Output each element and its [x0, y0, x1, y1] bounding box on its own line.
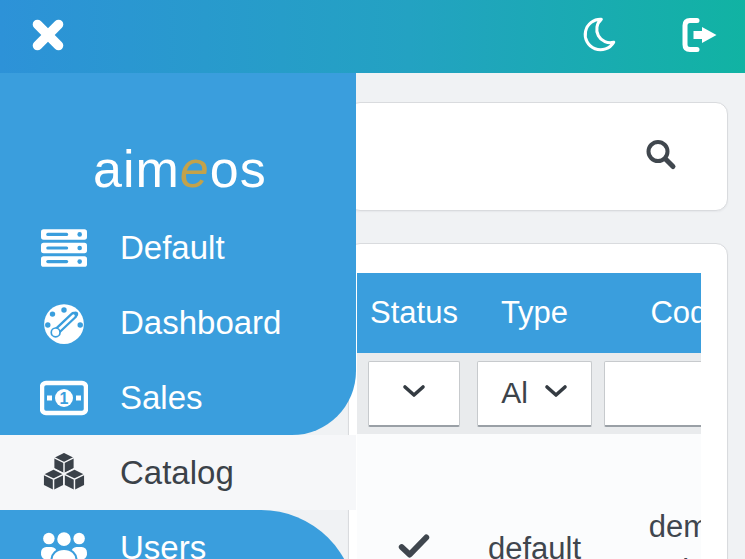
- sidebar-item-label: Default: [120, 229, 225, 267]
- items-table: Status Type Code: [357, 273, 701, 559]
- chevron-down-icon: [402, 384, 426, 402]
- sidebar-item-label: Sales: [120, 379, 203, 417]
- gauge-icon: [40, 299, 88, 347]
- sidebar-item-default[interactable]: Default: [0, 210, 356, 285]
- server-stack-icon: [40, 224, 88, 272]
- sidebar-item-dashboard[interactable]: Dashboard: [0, 285, 356, 360]
- chevron-down-icon: [544, 384, 568, 402]
- aimeos-admin-screen: Status Type Code: [0, 0, 745, 559]
- sidebar-item-label: Users: [120, 529, 206, 559]
- type-filter-value: Al: [501, 376, 528, 410]
- search-input[interactable]: [369, 123, 637, 190]
- row-code-cell: demo article: [598, 505, 701, 559]
- search-panel: [348, 102, 728, 211]
- code-filter-input[interactable]: [604, 361, 701, 427]
- money-bill-icon: 1: [40, 374, 88, 422]
- sidebar-item-catalog[interactable]: Catalog: [0, 435, 356, 510]
- column-header-status[interactable]: Status: [357, 273, 471, 353]
- search-button[interactable]: [633, 129, 689, 185]
- table-row[interactable]: default demo article: [357, 434, 701, 559]
- row-type-cell: default: [471, 531, 598, 559]
- items-list-panel: Status Type Code: [348, 243, 728, 559]
- status-filter-select[interactable]: [368, 361, 460, 427]
- svg-text:1: 1: [60, 390, 69, 407]
- type-filter-select[interactable]: Al: [477, 361, 592, 427]
- close-menu-button[interactable]: [16, 0, 80, 73]
- sidebar-item-users[interactable]: Users: [0, 510, 356, 559]
- logout-icon: [678, 15, 722, 58]
- sidebar-item-label: Dashboard: [120, 304, 281, 342]
- aimeos-logo: aimeos: [93, 139, 293, 199]
- column-header-type[interactable]: Type: [471, 273, 598, 353]
- top-bar: [0, 0, 745, 73]
- dark-mode-button[interactable]: [565, 0, 629, 73]
- table-scroll-viewport[interactable]: Status Type Code: [357, 273, 701, 559]
- sidebar-menu: aimeos: [0, 73, 356, 559]
- logout-button[interactable]: [668, 0, 732, 73]
- sidebar-item-label: Catalog: [120, 454, 234, 492]
- table-header-row: Status Type Code: [357, 273, 701, 353]
- table-filter-row: Al: [357, 353, 701, 434]
- moon-icon: [576, 14, 618, 59]
- close-icon: [29, 16, 67, 57]
- logo-accent-letter: e: [180, 140, 210, 198]
- check-icon: [398, 531, 430, 559]
- magnifier-icon: [644, 138, 678, 175]
- users-group-icon: [40, 524, 88, 559]
- sidebar-item-sales[interactable]: 1 Sales: [0, 360, 356, 435]
- cubes-icon: [40, 449, 88, 497]
- column-header-code[interactable]: Code: [598, 273, 701, 353]
- row-status-cell: [357, 531, 471, 559]
